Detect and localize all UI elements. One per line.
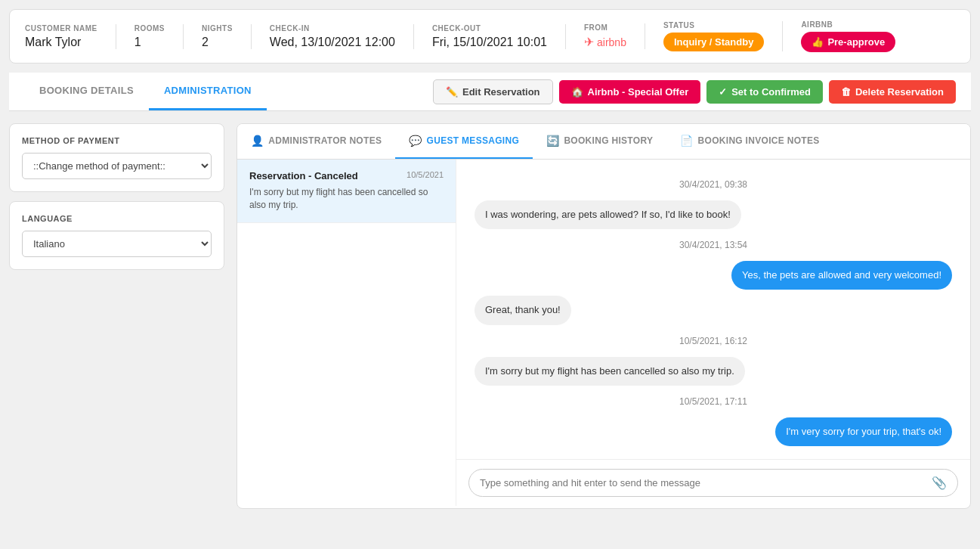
payment-method-card: METHOD OF PAYMENT ::Change method of pay… [9,123,224,192]
nights-field: NIGHTS 2 [202,24,252,49]
edit-reservation-button[interactable]: ✏️ Edit Reservation [433,79,553,104]
chat-bubble-3: Yes, the pets are allowed and very welco… [731,261,952,290]
delete-reservation-button[interactable]: 🗑 Delete Reservation [829,80,956,104]
message-item-title: Reservation - Canceled [249,170,358,181]
chat-area: 30/4/2021, 09:38 I was wondering, are pe… [456,160,970,506]
chat-bubble-8: I'm very sorry for your trip, that's ok! [775,417,952,446]
guest-messaging-icon: 💬 [409,135,422,147]
top-info-bar: CUSTOMER NAME Mark Tylor ROOMS 1 NIGHTS … [9,9,971,64]
language-title: LANGUAGE [22,214,212,223]
from-field: FROM ✈ airbnb [584,23,645,49]
main-content: METHOD OF PAYMENT ::Change method of pay… [9,123,971,509]
status-badge: Inquiry / Standby [663,33,764,51]
message-item-preview: I'm sorry but my flight has been cancell… [249,186,444,212]
pre-approve-button[interactable]: 👍 Pre-approve [801,32,895,52]
checkin-label: CHECK-IN [270,24,395,33]
status-field: STATUS Inquiry / Standby [663,21,783,51]
language-card: LANGUAGE Italiano English Deutsch França… [9,201,224,270]
attachment-icon[interactable]: 📎 [932,476,947,490]
message-item[interactable]: Reservation - Canceled 10/5/2021 I'm sor… [237,160,456,223]
airbnb-label: AIRBNB [801,20,895,29]
language-select[interactable]: Italiano English Deutsch Français [22,231,212,257]
rooms-label: ROOMS [134,24,165,33]
airbnb-special-offer-button[interactable]: 🏠 Airbnb - Special Offer [559,80,701,104]
chat-input[interactable] [480,477,932,489]
tabs-bar: BOOKING DETAILS ADMINISTRATION ✏️ Edit R… [9,73,971,111]
timestamp-0: 30/4/2021, 09:38 [475,179,952,190]
chat-input-area: 📎 [456,459,970,506]
airbnb-field: AIRBNB 👍 Pre-approve [801,20,895,52]
booking-history-icon: 🔄 [546,135,559,147]
rooms-field: ROOMS 1 [134,24,184,49]
chat-bubble-4: Great, thank you! [475,296,571,324]
admin-notes-icon: 👤 [251,135,264,147]
rooms-value: 1 [134,36,165,49]
messages-list: Reservation - Canceled 10/5/2021 I'm sor… [237,160,456,506]
set-to-confirmed-button[interactable]: ✓ Set to Confirmed [706,80,823,104]
sub-tab-guest-messaging[interactable]: 💬 GUEST MESSAGING [395,124,533,159]
checkin-field: CHECK-IN Wed, 13/10/2021 12:00 [270,24,414,49]
nights-value: 2 [202,36,233,49]
payment-method-select[interactable]: ::Change method of payment:: Credit Card… [22,153,212,179]
customer-name-field: CUSTOMER NAME Mark Tylor [25,24,116,49]
customer-name-label: CUSTOMER NAME [25,24,97,33]
airbnb-icon: ✈ [584,35,594,49]
trash-icon: 🗑 [841,86,851,98]
airbnb-text: airbnb [597,36,626,48]
tab-booking-details[interactable]: BOOKING DETAILS [24,73,149,110]
status-label: STATUS [663,21,764,29]
pre-approve-label: Pre-approve [827,36,885,48]
main-tabs: BOOKING DETAILS ADMINISTRATION [24,73,267,110]
from-label: FROM [584,23,626,32]
chat-messages: 30/4/2021, 09:38 I was wondering, are pe… [456,160,970,459]
checkout-value: Fri, 15/10/2021 10:01 [432,36,547,49]
sub-tabs: 👤 ADMINISTRATOR NOTES 💬 GUEST MESSAGING … [237,124,970,160]
airbnb-offer-icon: 🏠 [571,86,583,98]
sub-tab-invoice-notes[interactable]: 📄 BOOKING INVOICE NOTES [666,124,833,159]
invoice-notes-icon: 📄 [680,135,693,147]
thumbs-up-icon: 👍 [812,36,824,48]
messaging-container: Reservation - Canceled 10/5/2021 I'm sor… [237,160,970,506]
message-item-header: Reservation - Canceled 10/5/2021 [249,170,444,181]
right-panel: 👤 ADMINISTRATOR NOTES 💬 GUEST MESSAGING … [236,123,971,509]
check-icon: ✓ [719,86,727,98]
left-panel: METHOD OF PAYMENT ::Change method of pay… [9,123,224,509]
edit-icon: ✏️ [446,86,458,98]
payment-method-title: METHOD OF PAYMENT [22,136,212,145]
chat-bubble-1: I was wondering, are pets allowed? If so… [475,200,741,229]
nights-label: NIGHTS [202,24,233,33]
customer-name-value: Mark Tylor [25,36,97,49]
timestamp-5: 10/5/2021, 16:12 [475,336,952,346]
checkin-value: Wed, 13/10/2021 12:00 [270,36,395,49]
chat-bubble-6: I'm sorry but my flight has been cancell… [475,357,745,386]
checkout-field: CHECK-OUT Fri, 15/10/2021 10:01 [432,24,566,49]
sub-tab-admin-notes[interactable]: 👤 ADMINISTRATOR NOTES [237,124,395,159]
checkout-label: CHECK-OUT [432,24,547,33]
sub-tab-booking-history[interactable]: 🔄 BOOKING HISTORY [533,124,666,159]
timestamp-2: 30/4/2021, 13:54 [475,240,952,250]
airbnb-logo: ✈ airbnb [584,35,626,49]
chat-input-wrapper: 📎 [468,469,958,497]
message-item-date: 10/5/2021 [407,170,444,179]
timestamp-7: 10/5/2021, 17:11 [475,396,952,407]
action-buttons: ✏️ Edit Reservation 🏠 Airbnb - Special O… [433,79,956,104]
tab-administration[interactable]: ADMINISTRATION [149,73,267,110]
